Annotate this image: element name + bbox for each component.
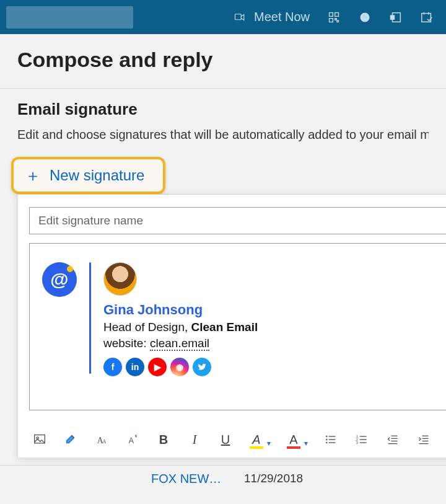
linkedin-icon[interactable]: in [126,358,144,376]
svg-text:N: N [391,14,394,20]
new-signature-label: New signature [50,167,144,184]
social-icons-row: f in ▶ ◉ [103,358,258,376]
meet-now-button[interactable]: Meet Now [233,10,310,24]
chevron-down-icon: ▾ [267,439,271,448]
skype-icon[interactable]: S [358,11,372,24]
qr-icon[interactable] [327,11,341,24]
svg-point-17 [326,436,328,438]
website-label: website: [103,337,150,350]
highlight-color-button[interactable]: A ▾ [248,431,271,448]
signature-preview: @ Gina Johnsong Head of Design, Clean Em… [42,262,446,376]
svg-rect-1 [330,12,333,16]
signature-company: Clean Email [191,321,258,334]
signature-role: Head of Design, [103,321,191,334]
svg-rect-4 [335,18,337,20]
bulleted-list-button[interactable] [323,431,339,448]
signature-editor-panel: @ Gina Johnsong Head of Design, Clean Em… [17,194,446,458]
youtube-icon[interactable]: ▶ [148,358,167,376]
italic-button[interactable]: I [186,431,203,448]
calendar-check-icon[interactable] [420,11,434,24]
page-title: Compose and reply [17,48,429,72]
svg-point-18 [326,439,328,441]
format-painter-button[interactable] [63,431,79,448]
svg-rect-2 [335,12,339,16]
svg-rect-0 [235,14,241,19]
section-heading: Email signature [17,100,429,119]
signature-person-name: Gina Johnsong [103,302,258,318]
svg-rect-3 [330,18,333,22]
font-family-button[interactable]: AA [94,431,110,448]
signature-website: website: clean.email [103,337,258,350]
onenote-icon[interactable]: N [389,11,403,24]
increase-indent-button[interactable] [416,431,432,448]
video-icon [233,11,247,24]
search-input[interactable] [6,6,133,29]
row-title: FOX NEWS BREAKING [151,472,225,486]
section-description: Edit and choose signatures that will be … [17,128,429,142]
row-date: 11/29/2018 [244,472,303,485]
svg-point-19 [326,442,328,444]
formatting-toolbar: AA A B I U A ▾ A ▾ 123 [18,422,446,458]
new-signature-button[interactable]: ＋ New signature [11,157,165,194]
website-url: clean.email [150,337,209,351]
background-list-row[interactable]: FOX NEWS BREAKING 11/29/2018 [0,465,446,504]
highlight-letter: A [252,433,260,447]
signature-name-input[interactable] [29,207,446,234]
bold-button[interactable]: B [155,431,172,448]
svg-text:A: A [129,436,134,445]
twitter-icon[interactable] [193,358,211,376]
plus-icon: ＋ [25,167,41,183]
insert-image-button[interactable] [32,431,48,448]
top-bar: Meet Now S N [0,0,446,34]
svg-text:3: 3 [356,441,358,444]
facebook-icon[interactable]: f [103,358,122,376]
signature-body-editor[interactable]: @ Gina Johnsong Head of Design, Clean Em… [29,243,446,410]
signature-title: Head of Design, Clean Email [103,321,258,334]
topbar-actions: Meet Now S N [233,10,440,24]
font-color-button[interactable]: A ▾ [286,431,308,448]
fontcolor-letter: A [289,433,297,447]
font-size-button[interactable]: A [125,431,141,448]
email-signature-section: Email signature Edit and choose signatur… [0,89,446,153]
svg-text:S: S [363,14,367,20]
chevron-down-icon: ▾ [304,439,308,448]
svg-text:A: A [102,438,107,444]
meet-now-label: Meet Now [254,10,310,24]
brand-badge-icon: @ [42,262,77,297]
page-header: Compose and reply [0,34,446,89]
svg-rect-5 [337,20,339,22]
instagram-icon[interactable]: ◉ [170,358,189,376]
numbered-list-button[interactable]: 123 [354,431,370,448]
decrease-indent-button[interactable] [385,431,401,448]
vertical-divider [89,262,91,374]
avatar [103,262,137,296]
underline-button[interactable]: U [217,431,234,448]
